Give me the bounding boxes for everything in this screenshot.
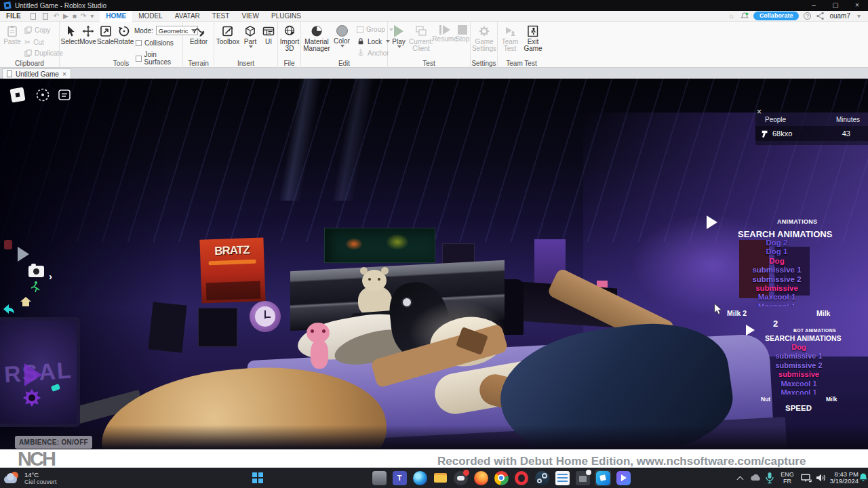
bot-panel-play-icon[interactable] bbox=[746, 325, 755, 336]
bot-milk-label[interactable]: Milk bbox=[826, 396, 837, 403]
taskbar-app-steam[interactable] bbox=[534, 470, 550, 486]
anim-panel-play-icon[interactable] bbox=[707, 216, 717, 229]
chat-icon[interactable] bbox=[57, 87, 72, 102]
anim-item[interactable]: submissive 2 bbox=[731, 275, 823, 284]
network-icon[interactable] bbox=[800, 470, 812, 486]
bot-anim-item[interactable]: Maxcool 1 bbox=[760, 388, 838, 394]
tab-plugins[interactable]: PLUGINS bbox=[265, 11, 307, 22]
current-client-button[interactable]: Current: Client bbox=[408, 25, 434, 52]
cut-button[interactable]: ✂ Cut bbox=[24, 38, 44, 47]
anim-panel-search[interactable]: SEARCH ANIMATIONS bbox=[738, 229, 832, 239]
clock-widget[interactable]: 8:43 PM 3/19/2024 bbox=[829, 470, 859, 486]
volume-icon[interactable] bbox=[815, 470, 826, 486]
tab-home[interactable]: HOME bbox=[100, 11, 132, 22]
lock-button[interactable]: Lock bbox=[357, 37, 390, 45]
anim-item[interactable]: Dog 2 bbox=[731, 239, 823, 247]
quick-access-more-icon[interactable]: ▾ bbox=[90, 12, 94, 21]
help-icon[interactable]: ? bbox=[804, 12, 811, 20]
quick-play-icon[interactable]: ▶ bbox=[63, 12, 68, 21]
leaderboard-row[interactable]: 68kxo 43 bbox=[755, 126, 868, 141]
terrain-editor-button[interactable]: Editor bbox=[186, 25, 212, 45]
duplicate-button[interactable]: Duplicate bbox=[24, 49, 63, 57]
exit-game-button[interactable]: Exit Game bbox=[522, 25, 544, 52]
grey-play-icon[interactable] bbox=[18, 247, 29, 262]
bot-anim-item[interactable]: Maxcool 1 bbox=[760, 380, 838, 388]
collaborate-button[interactable]: Collaborate bbox=[753, 12, 800, 20]
start-button[interactable] bbox=[250, 470, 266, 486]
small-red-icon[interactable] bbox=[4, 240, 12, 249]
taskbar-app-discord[interactable] bbox=[452, 470, 469, 486]
file-menu[interactable]: FILE bbox=[0, 11, 27, 22]
document-tab[interactable]: Untitled Game × bbox=[2, 68, 71, 79]
anim-item[interactable]: Maxcool 1 bbox=[731, 293, 823, 302]
runner-icon[interactable] bbox=[30, 281, 41, 293]
taskbar-app-edge[interactable] bbox=[412, 470, 428, 486]
undo-icon[interactable]: ↶ bbox=[54, 12, 59, 21]
taskbar-app-window[interactable] bbox=[371, 470, 387, 486]
weather-widget[interactable]: 14°C Ciel couvert bbox=[4, 469, 57, 487]
tab-model[interactable]: MODEL bbox=[132, 11, 169, 22]
team-test-button[interactable]: Team Test bbox=[499, 25, 521, 52]
toolbox-button[interactable]: Toolbox bbox=[216, 25, 240, 45]
select-button[interactable]: Select bbox=[61, 25, 79, 45]
taskbar-app-notes[interactable] bbox=[554, 470, 570, 486]
part-button[interactable]: Part bbox=[241, 25, 259, 48]
game-settings-button[interactable]: Game Settings bbox=[471, 25, 498, 52]
document-tab-close-icon[interactable]: × bbox=[62, 70, 66, 78]
tray-chevron-icon[interactable] bbox=[734, 470, 746, 486]
bot-panel-search[interactable]: SEARCH ANIMATIONS bbox=[765, 334, 842, 342]
notifications-icon[interactable] bbox=[741, 12, 749, 20]
emotes-icon[interactable] bbox=[35, 87, 50, 102]
chevron-right-icon[interactable]: › bbox=[49, 270, 52, 282]
game-viewport[interactable]: BRATZ bbox=[0, 79, 868, 449]
move-button[interactable]: Move bbox=[79, 25, 96, 45]
close-button[interactable]: × bbox=[846, 0, 868, 11]
home-icon[interactable] bbox=[20, 297, 31, 302]
tab-avatar[interactable]: AVATAR bbox=[169, 11, 206, 22]
play-button[interactable]: Play bbox=[391, 25, 407, 48]
home-cloud-icon[interactable]: ⌂ bbox=[730, 12, 734, 21]
color-button[interactable]: Color bbox=[332, 25, 351, 47]
milk2-label[interactable]: Milk 2 bbox=[727, 309, 747, 317]
bot-anim-item[interactable]: submissive 2 bbox=[760, 361, 838, 370]
taskbar-app-debut[interactable] bbox=[574, 470, 591, 486]
user-menu-chevron-icon[interactable]: ▾ bbox=[857, 12, 861, 21]
maximize-button[interactable]: ▢ bbox=[825, 0, 846, 11]
bot-anim-item[interactable]: submissive 1 bbox=[760, 352, 838, 361]
taskbar-app-clipchamp[interactable] bbox=[615, 470, 631, 486]
milk-label[interactable]: Milk bbox=[816, 309, 830, 317]
anim-item[interactable]: submissive 1 bbox=[731, 266, 823, 274]
teal-arrow-icon[interactable] bbox=[3, 304, 15, 314]
taskbar-app-firefox[interactable] bbox=[473, 470, 489, 486]
resume-button[interactable]: Resume bbox=[434, 25, 456, 43]
ambience-button[interactable]: AMBIENCE: ON/OFF bbox=[15, 436, 92, 449]
roblox-menu-icon[interactable] bbox=[9, 87, 25, 102]
onedrive-icon[interactable] bbox=[749, 470, 762, 486]
share-icon[interactable] bbox=[816, 12, 825, 20]
anim-item[interactable]: submissive bbox=[731, 284, 823, 293]
taskbar-app-opera[interactable] bbox=[513, 470, 530, 486]
tab-test[interactable]: TEST bbox=[206, 11, 236, 22]
taskbar-app-teams[interactable]: T bbox=[391, 470, 408, 486]
taskbar-app-chrome[interactable] bbox=[493, 470, 509, 486]
nut-label[interactable]: Nut bbox=[761, 396, 770, 403]
ui-button[interactable]: UI bbox=[262, 25, 275, 45]
taskbar-app-explorer[interactable] bbox=[432, 470, 448, 486]
purple-play-icon[interactable] bbox=[24, 363, 42, 386]
tab-view[interactable]: VIEW bbox=[235, 11, 265, 22]
stop-button[interactable]: Stop bbox=[456, 25, 469, 43]
anim-item[interactable]: Dog 1 bbox=[731, 247, 823, 256]
anim-item[interactable]: Maxcool 1 bbox=[731, 302, 823, 306]
microphone-icon[interactable] bbox=[765, 470, 774, 486]
anim-item[interactable]: Dog bbox=[731, 257, 823, 266]
leaderboard-close-icon[interactable]: × bbox=[757, 107, 762, 117]
paste-button[interactable]: Paste bbox=[3, 25, 22, 45]
open-file-icon[interactable] bbox=[43, 13, 48, 20]
anchor-button[interactable]: Anchor bbox=[357, 49, 389, 57]
redo-icon[interactable]: ↷ bbox=[81, 12, 86, 21]
username[interactable]: ouam7 bbox=[829, 12, 850, 20]
new-file-icon[interactable] bbox=[31, 13, 36, 20]
purple-gear-icon[interactable] bbox=[22, 388, 42, 408]
rotate-button[interactable]: Rotate bbox=[115, 25, 133, 45]
collisions-checkbox[interactable]: Collisions bbox=[136, 39, 174, 47]
